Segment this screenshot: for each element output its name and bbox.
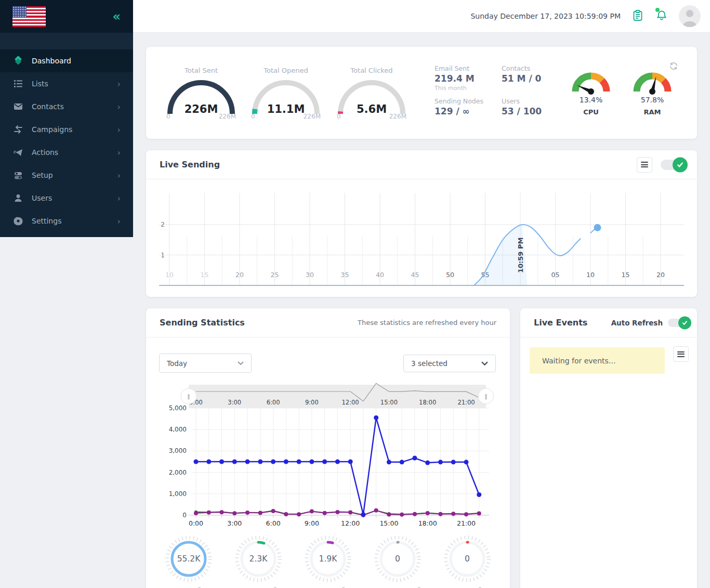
- sidebar-item-settings[interactable]: Settings›: [0, 210, 133, 232]
- counter-spammed: 0Spammed: [363, 535, 432, 588]
- counter-ring: 1.9K: [305, 535, 351, 582]
- ram-label: RAM: [621, 108, 683, 116]
- gauge-total-clicked: Total Clicked 5.6M0226M: [333, 67, 411, 123]
- x-tick-label: 35: [341, 271, 349, 279]
- x-tick-label: 10: [586, 271, 595, 279]
- y-tick-label: 2,000: [169, 469, 187, 476]
- data-point: [438, 460, 443, 464]
- x-tick-label: 05: [551, 271, 560, 279]
- svg-text:‖: ‖: [484, 393, 488, 400]
- y-tick-label: 0: [182, 512, 187, 519]
- data-point: [245, 511, 249, 515]
- check-icon: [678, 316, 691, 329]
- sidebar-item-dashboard[interactable]: Dashboard: [0, 49, 133, 72]
- x-tick-label: 50: [446, 271, 454, 279]
- sidebar-nav: DashboardLists›Contacts›Campaigns›Action…: [0, 49, 133, 237]
- live-sending-toggle[interactable]: [661, 160, 683, 170]
- stat-users: Users 53 / 100: [502, 97, 567, 116]
- data-point: [194, 460, 199, 464]
- gauge-value: 226M: [185, 103, 218, 115]
- live-sending-menu-button[interactable]: [637, 157, 652, 173]
- auto-refresh-label: Auto Refresh: [611, 319, 663, 327]
- data-point: [245, 460, 250, 464]
- users-icon: [14, 193, 23, 203]
- sidebar-item-label: Contacts: [32, 102, 64, 111]
- sidebar-item-contacts[interactable]: Contacts›: [0, 95, 133, 118]
- y-tick-label: 1: [161, 252, 165, 259]
- x-tick-label: 21:00: [457, 519, 476, 527]
- notifications-button[interactable]: [655, 9, 668, 23]
- chevron-down-icon: [481, 361, 488, 366]
- sidebar-item-lists[interactable]: Lists›: [0, 72, 133, 95]
- x-tick-label: 25: [271, 271, 279, 279]
- live-events-menu-button[interactable]: [673, 346, 689, 362]
- cpu-meter: 13.4% CPU: [560, 70, 622, 116]
- sidebar-item-setup[interactable]: Setup›: [0, 164, 133, 187]
- cpu-value: 13.4%: [560, 96, 622, 104]
- tasks-button[interactable]: [631, 9, 645, 23]
- data-point: [348, 510, 352, 514]
- x-tick-label: 0:00: [189, 519, 203, 527]
- data-point: [284, 512, 288, 516]
- semicircle-gauge: 11.1M0226M: [247, 75, 325, 121]
- data-point: [477, 511, 481, 515]
- sending-statistics-card: Sending Statistics These statistics are …: [146, 308, 510, 588]
- sidebar-item-users[interactable]: Users›: [0, 187, 133, 210]
- sidebar-item-label: Dashboard: [32, 57, 71, 65]
- counter-opened: 2.3KOpened: [223, 535, 293, 588]
- setup-icon: [14, 171, 23, 180]
- data-point: [232, 460, 237, 464]
- data-point: [297, 512, 301, 516]
- counter-ring: 0: [444, 535, 491, 582]
- data-point: [451, 460, 456, 464]
- refresh-icon[interactable]: [669, 61, 678, 72]
- sidebar-item-label: Settings: [32, 217, 61, 225]
- counter-failed: 0Failed: [432, 535, 502, 588]
- dashboard-icon: [14, 56, 23, 66]
- auto-refresh-toggle[interactable]: [668, 319, 688, 327]
- counter-value: 55.2K: [177, 554, 201, 564]
- sidebar-item-campaigns[interactable]: Campaigns›: [0, 118, 133, 141]
- live-sending-card: Live Sending 121015202530354045505505101…: [146, 150, 697, 297]
- sidebar-item-actions[interactable]: Actions›: [0, 141, 133, 164]
- campaigns-icon: [14, 125, 23, 134]
- sidebar-collapse-button[interactable]: «: [112, 10, 121, 23]
- semicircle-gauge: 226M0226M: [162, 75, 240, 121]
- us-flag-logo: [12, 6, 46, 27]
- counter-value: 2.3K: [249, 554, 268, 564]
- x-tick-label: 30: [306, 271, 314, 279]
- x-tick-label: 10: [165, 271, 174, 279]
- data-point: [232, 511, 236, 515]
- sidebar: « DashboardLists›Contacts›Campaigns›Acti…: [0, 0, 133, 237]
- notification-dot: [655, 8, 660, 12]
- x-tick-label: 20: [235, 271, 244, 279]
- actions-icon: [14, 148, 23, 157]
- data-point: [400, 513, 404, 517]
- sidebar-item-label: Actions: [32, 148, 58, 156]
- cpu-gauge: [560, 70, 622, 95]
- counter-sent: 55.2KSent: [154, 535, 223, 588]
- counter-value: 1.9K: [319, 554, 338, 564]
- data-point: [464, 460, 468, 464]
- navigator-label: 6:00: [267, 399, 280, 406]
- chevron-down-icon: [238, 361, 244, 365]
- data-point: [451, 512, 455, 516]
- data-point: [374, 508, 378, 513]
- data-point: [387, 513, 391, 517]
- overview-card: Total Sent 226M0226M Total Opened 11.1M0…: [146, 47, 697, 139]
- data-point: [220, 510, 224, 514]
- sidebar-item-label: Lists: [32, 80, 48, 88]
- data-point: [438, 512, 442, 516]
- counter-ring: 2.3K: [235, 535, 282, 582]
- navigator-label: 15:00: [380, 399, 398, 406]
- live-sending-title: Live Sending: [160, 160, 220, 169]
- data-point: [374, 415, 378, 420]
- avatar[interactable]: [679, 5, 701, 27]
- data-point: [271, 509, 275, 513]
- series-select[interactable]: 3 selected: [403, 355, 496, 372]
- period-select[interactable]: Today: [159, 354, 252, 373]
- live-point-marker: [594, 224, 601, 231]
- counter-ring: 0: [374, 535, 421, 582]
- stat-contacts: Contacts 51 M / 0: [502, 64, 567, 84]
- data-point: [361, 512, 365, 517]
